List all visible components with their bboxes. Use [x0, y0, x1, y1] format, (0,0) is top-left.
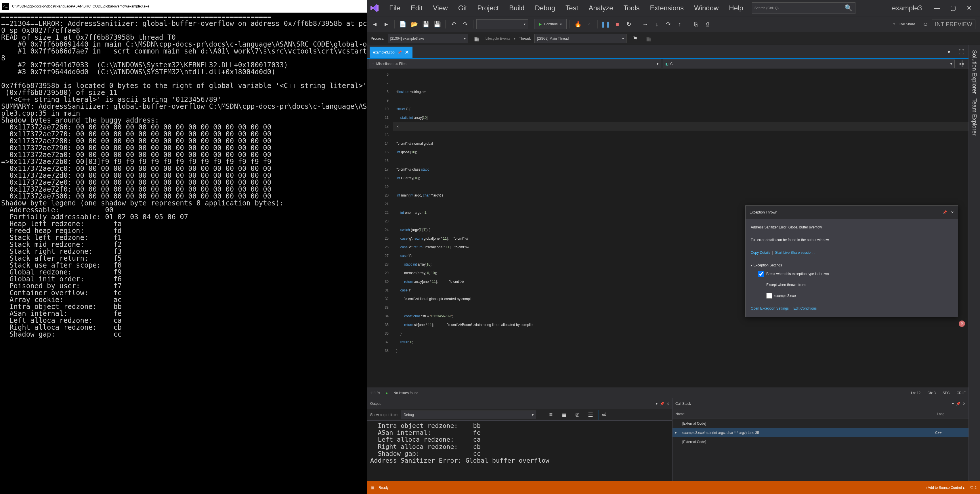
output-dropdown-button[interactable]: ▾ [656, 402, 657, 406]
menu-git[interactable]: Git [453, 2, 473, 14]
minimize-button[interactable]: — [929, 2, 945, 14]
nav-type-dropdown[interactable]: ◧C▾ [663, 59, 955, 68]
output-tool-wrap[interactable]: ⏎ [598, 410, 609, 420]
menu-edit[interactable]: Edit [406, 2, 428, 14]
solution-name: example3 [885, 4, 929, 12]
exception-popup: Exception Thrown 📌 ✕ Address Sanitizer E… [745, 206, 958, 317]
callstack-col-name[interactable]: Name [673, 412, 934, 416]
thread-dropdown[interactable]: [28952] Main Thread▾ [535, 34, 627, 43]
start-liveshare-link[interactable]: Start Live Share session... [775, 250, 815, 255]
menu-window[interactable]: Window [689, 2, 724, 14]
output-tool-2[interactable]: ≣ [559, 410, 569, 420]
exception-settings-expander[interactable]: ▾ [751, 263, 753, 267]
menu-view[interactable]: View [428, 2, 453, 14]
notifications-button[interactable]: 🗨 2 [970, 486, 977, 490]
tab-fullscreen-button[interactable]: ⛶ [956, 46, 967, 57]
output-title: Output [370, 402, 380, 406]
save-all-button[interactable]: 💾 [432, 19, 442, 29]
menu-project[interactable]: Project [472, 2, 504, 14]
restart-button[interactable]: ↻ [624, 19, 634, 29]
output-panel: Output ▾📌✕ Show output from: Debug▾ ≡ ≣ … [368, 398, 672, 481]
output-pin-button[interactable]: 📌 [660, 402, 664, 406]
config-dropdown[interactable]: ▾ [476, 19, 528, 29]
code-editor[interactable]: 6789101112131415161718192021222324252627… [368, 69, 969, 387]
copy-details-link[interactable]: Copy Details [751, 250, 770, 255]
feedback-button[interactable]: ☺ [920, 19, 931, 29]
debug-status-icon: ▦ [371, 486, 374, 490]
close-tab-button[interactable]: ✕ [405, 49, 409, 56]
process-dropdown[interactable]: [21304] example3.exe▾ [388, 34, 468, 43]
menu-build[interactable]: Build [504, 2, 530, 14]
new-project-button[interactable]: 📄 [398, 19, 408, 29]
callstack-row[interactable]: [External Code] [673, 437, 969, 446]
console-titlebar[interactable]: C:\MSDN\cpp-docs-pr\docs\c-language\ASAN… [0, 0, 368, 13]
output-tool-4[interactable]: ☰ [585, 410, 596, 420]
lifecycle-icon[interactable]: ▦ [472, 33, 482, 44]
continue-button[interactable]: ▶Continue▾ [534, 19, 566, 29]
play-icon: ▶ [539, 22, 542, 26]
exception-pin-button[interactable]: 📌 [943, 208, 947, 217]
output-tool-3[interactable]: ⎚ [572, 410, 582, 420]
undo-button[interactable]: ↶ [449, 19, 459, 29]
redo-button[interactable]: ↷ [460, 19, 470, 29]
issues-label[interactable]: No issues found [393, 391, 418, 395]
output-text[interactable]: Intra object redzone: bb ASan internal: … [368, 421, 672, 481]
close-button[interactable]: ✕ [961, 2, 977, 14]
toolbar-button-misc1[interactable]: ⎘ [691, 19, 701, 29]
stop-button[interactable]: ■ [612, 19, 622, 29]
save-button[interactable]: 💾 [420, 19, 431, 29]
nav-fwd-button[interactable]: ► [381, 19, 391, 29]
callstack-close-button[interactable]: ✕ [963, 402, 966, 406]
sidetab-team-explorer[interactable]: Team Explorer [970, 96, 978, 138]
search-input[interactable]: Search (Ctrl+Q) 🔍 [752, 2, 856, 14]
maximize-button[interactable]: ▢ [945, 2, 961, 14]
callstack-rows: [External Code]➤example3.exe!main(int ar… [673, 419, 969, 446]
console-output[interactable]: ========================================… [0, 13, 368, 494]
stack-frame-button[interactable]: ⚑ [630, 33, 640, 44]
nav-back-button[interactable]: ◄ [370, 19, 380, 29]
sidetab-solution-explorer[interactable]: Solution Explorer [970, 48, 978, 96]
menu-test[interactable]: Test [560, 2, 583, 14]
hot-reload-button[interactable]: 🔥 [573, 19, 583, 29]
menu-analyze[interactable]: Analyze [583, 2, 618, 14]
zoom-level[interactable]: 111 % [370, 391, 380, 395]
callstack-row[interactable]: ➤example3.exe!main(int argc, char * * ar… [673, 428, 969, 437]
menu-file[interactable]: File [384, 2, 406, 14]
tab-dropdown-button[interactable]: ▾ [944, 46, 954, 57]
add-source-control-button[interactable]: ↑ Add to Source Control ▴ [925, 486, 964, 490]
output-close-button[interactable]: ✕ [667, 402, 669, 406]
indent-mode[interactable]: SPC [943, 391, 950, 395]
break-when-checkbox[interactable]: Break when this exception type is thrown [758, 269, 953, 278]
menu-help[interactable]: Help [724, 2, 748, 14]
show-next-statement-button[interactable]: → [640, 19, 651, 29]
breakpoint-button[interactable]: ◦ [584, 19, 595, 29]
file-tab-example3[interactable]: example3.cpp 📌 ✕ [370, 46, 412, 58]
split-editor-button[interactable]: ╬ [956, 59, 967, 69]
callstack-title: Call Stack [675, 402, 691, 406]
nav-scope-dropdown[interactable]: ⊞Miscellaneous Files▾ [369, 59, 661, 68]
line-ending[interactable]: CRLF [957, 391, 966, 395]
menu-debug[interactable]: Debug [530, 2, 560, 14]
step-into-button[interactable]: ↓ [652, 19, 662, 29]
exception-close-button[interactable]: ✕ [951, 208, 954, 217]
menu-extensions[interactable]: Extensions [645, 2, 689, 14]
output-tool-1[interactable]: ≡ [546, 410, 556, 420]
callstack-row[interactable]: [External Code] [673, 419, 969, 428]
edit-conditions-link[interactable]: Edit Conditions [794, 306, 817, 311]
live-share-button[interactable]: ⇪Live Share [889, 22, 919, 26]
open-file-button[interactable]: 📂 [409, 19, 419, 29]
open-exception-settings-link[interactable]: Open Exception Settings [751, 306, 789, 311]
pin-icon[interactable]: 📌 [398, 50, 402, 54]
except-item-checkbox[interactable]: example3.exe [758, 292, 953, 300]
callstack-pin-button[interactable]: 📌 [956, 402, 961, 406]
toolbar-button-misc2[interactable]: ⎙ [702, 19, 713, 29]
pause-button[interactable]: ❚❚ [601, 19, 611, 29]
output-from-dropdown[interactable]: Debug▾ [401, 411, 536, 419]
callstack-dropdown-button[interactable]: ▾ [952, 402, 954, 406]
step-over-button[interactable]: ↷ [663, 19, 673, 29]
step-out-button[interactable]: ↑ [675, 19, 685, 29]
editor-status-strip: 111 % ● No issues found Ln: 12 Ch: 3 SPC… [368, 387, 969, 398]
menu-tools[interactable]: Tools [619, 2, 645, 14]
tab-filename: example3.cpp [373, 50, 395, 54]
callstack-col-lang[interactable]: Lang [934, 412, 969, 416]
